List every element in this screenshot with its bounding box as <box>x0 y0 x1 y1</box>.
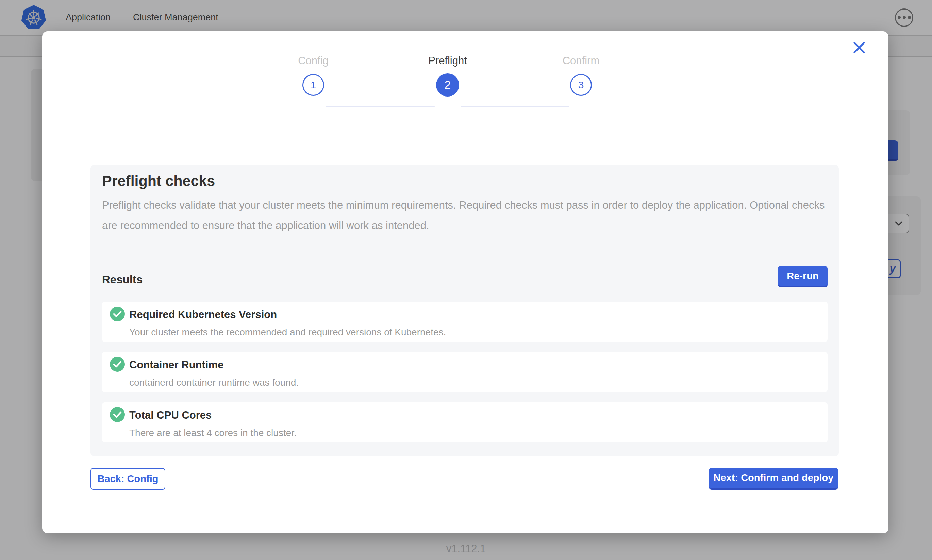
panel-title: Preflight checks <box>102 172 215 189</box>
preflight-wizard-modal: Config 1 Preflight 2 Confirm 3 Preflight… <box>42 31 889 534</box>
check-results-list: Required Kubernetes Version Your cluster… <box>102 302 827 452</box>
stepper-connector <box>326 106 435 108</box>
step-circle[interactable]: 1 <box>302 74 324 96</box>
check-result-row: Required Kubernetes Version Your cluster… <box>102 302 827 342</box>
step-config: Config 1 <box>259 53 368 96</box>
step-label: Confirm <box>526 53 636 69</box>
rerun-button[interactable]: Re-run <box>778 266 827 288</box>
back-config-button[interactable]: Back: Config <box>91 468 165 490</box>
check-title: Total CPU Cores <box>129 409 211 422</box>
check-description: Your cluster meets the recommended and r… <box>129 327 446 338</box>
step-label: Preflight <box>393 53 502 69</box>
check-pass-icon <box>110 407 125 422</box>
stepper-connector <box>461 106 569 108</box>
check-title: Container Runtime <box>129 359 224 371</box>
check-description: containerd container runtime was found. <box>129 377 299 388</box>
step-circle[interactable]: 2 <box>436 74 459 97</box>
step-preflight: Preflight 2 <box>393 53 502 97</box>
admin-console-screen: Application Cluster Management 0 y <box>0 0 932 560</box>
check-description: There are at least 4 cores in the cluste… <box>129 428 296 438</box>
step-label: Config <box>259 53 368 69</box>
check-result-row: Total CPU Cores There are at least 4 cor… <box>102 402 827 442</box>
next-confirm-deploy-button[interactable]: Next: Confirm and deploy <box>709 468 838 490</box>
check-title: Required Kubernetes Version <box>129 309 277 321</box>
step-confirm: Confirm 3 <box>526 53 636 96</box>
check-pass-icon <box>110 306 125 322</box>
step-circle[interactable]: 3 <box>570 74 592 96</box>
panel-description: Preflight checks validate that your clus… <box>102 195 827 236</box>
wizard-stepper: Config 1 Preflight 2 Confirm 3 <box>42 53 889 125</box>
results-heading: Results <box>102 273 142 286</box>
check-pass-icon <box>110 357 125 372</box>
check-result-row: Container Runtime containerd container r… <box>102 352 827 392</box>
preflight-results-panel: Preflight checks Preflight checks valida… <box>91 165 839 456</box>
